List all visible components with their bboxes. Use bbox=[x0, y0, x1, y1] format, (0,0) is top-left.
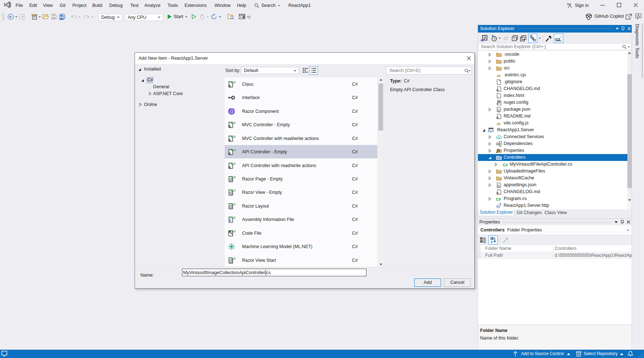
svg-text:Z: Z bbox=[491, 240, 493, 244]
svg-text:A: A bbox=[491, 237, 493, 240]
